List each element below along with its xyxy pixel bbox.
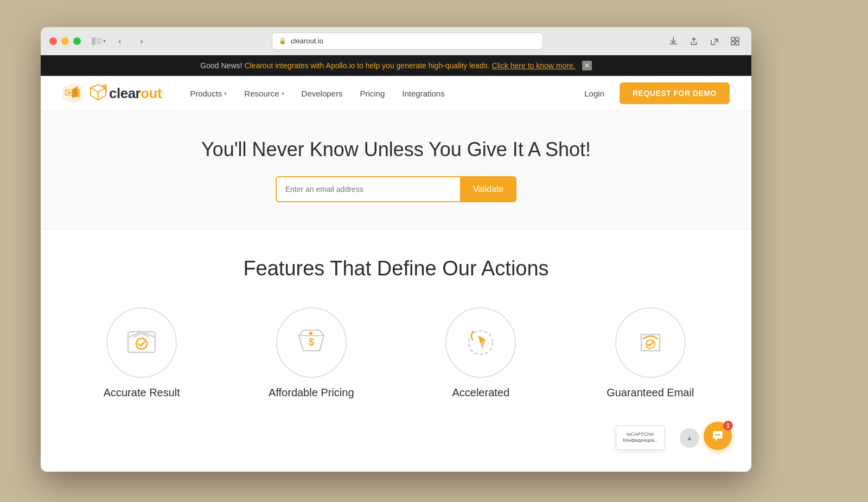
feature-accurate-result: Accurate Result: [62, 307, 221, 399]
sidebar-toggle-button[interactable]: ▾: [92, 37, 106, 45]
svg-rect-2: [97, 41, 101, 42]
svg-rect-6: [731, 42, 735, 45]
lock-icon: 🔒: [279, 37, 286, 44]
svg-rect-3: [97, 43, 101, 44]
accelerated-icon-wrap: [445, 307, 516, 378]
navbar: ✉ clearout: [41, 76, 751, 111]
recaptcha-badge: reCAPTCHAКонфиденциа...: [616, 426, 665, 450]
titlebar: ▾ ‹ › 🔒 clearout.io: [41, 27, 751, 55]
address-bar[interactable]: 🔒 clearout.io: [272, 33, 543, 50]
validate-button[interactable]: Validate: [460, 176, 517, 202]
guaranteed-email-icon-wrap: [615, 307, 686, 378]
hero-title: You'll Never Know Unless You Give It A S…: [52, 138, 741, 161]
new-tab-icon[interactable]: [707, 34, 722, 49]
features-section: Features That Define Our Actions Accurat…: [41, 230, 751, 421]
back-button[interactable]: ‹: [112, 34, 127, 49]
nav-resource[interactable]: Resource ▾: [238, 85, 290, 102]
forward-button[interactable]: ›: [134, 34, 149, 49]
share-icon[interactable]: [686, 34, 701, 49]
grid-icon[interactable]: [727, 34, 743, 49]
banner-prefix-text: Good News!: [200, 61, 242, 70]
accurate-result-icon: [123, 324, 161, 362]
svg-rect-5: [736, 37, 739, 41]
minimize-window-button[interactable]: [61, 37, 69, 45]
banner-highlight-text: Clearout integrates with Apollo.io to he…: [244, 61, 489, 70]
features-title: Features That Define Our Actions: [62, 257, 730, 280]
nav-products[interactable]: Products ▾: [183, 85, 233, 102]
announcement-banner: Good News! Clearout integrates with Apol…: [41, 55, 751, 76]
request-demo-button[interactable]: REQUEST FOR DEMO: [620, 82, 730, 104]
scroll-up-icon: ▲: [686, 434, 693, 442]
chat-icon: [711, 429, 724, 442]
chat-badge: 1: [723, 421, 733, 430]
hero-section: You'll Never Know Unless You Give It A S…: [41, 111, 751, 230]
chat-button[interactable]: 1: [704, 422, 732, 450]
recaptcha-text: reCAPTCHAКонфиденциа...: [623, 432, 658, 444]
logo-icon: ✉: [62, 83, 83, 104]
feature-affordable-pricing: $ Affordable Pricing: [232, 307, 391, 399]
svg-rect-1: [97, 38, 101, 40]
affordable-pricing-icon: $: [292, 324, 330, 362]
download-icon[interactable]: [666, 34, 681, 49]
banner-link[interactable]: Click here to know more.: [492, 61, 576, 70]
svg-point-18: [717, 434, 719, 436]
nav-right: Login REQUEST FOR DEMO: [578, 82, 730, 104]
products-arrow-icon: ▾: [224, 91, 227, 96]
guaranteed-email-icon: [631, 324, 669, 362]
close-window-button[interactable]: [49, 37, 57, 45]
affordable-pricing-icon-wrap: $: [276, 307, 347, 378]
url-text: clearout.io: [291, 37, 323, 45]
resource-arrow-icon: ▾: [282, 91, 284, 96]
svg-point-17: [716, 434, 717, 436]
guaranteed-email-label: Guaranteed Email: [607, 387, 694, 399]
login-button[interactable]: Login: [578, 85, 611, 102]
maximize-window-button[interactable]: [73, 37, 81, 45]
svg-text:$: $: [309, 337, 314, 347]
accelerated-icon: [462, 324, 500, 362]
traffic-lights: [49, 37, 81, 45]
svg-rect-7: [736, 42, 739, 45]
feature-guaranteed-email: Guaranteed Email: [571, 307, 730, 399]
scroll-up-button[interactable]: ▲: [680, 428, 699, 448]
svg-rect-4: [731, 37, 735, 41]
feature-accelerated: Accelerated: [401, 307, 560, 399]
accelerated-label: Accelerated: [452, 387, 509, 399]
logo-text: clearout: [109, 85, 162, 102]
nav-developers[interactable]: Developers: [295, 85, 349, 102]
svg-rect-0: [92, 37, 95, 45]
accurate-result-label: Accurate Result: [104, 387, 180, 399]
logo[interactable]: ✉ clearout: [62, 83, 162, 104]
accurate-result-icon-wrap: [106, 307, 177, 378]
features-grid: Accurate Result $ Affordable Pricing: [62, 307, 730, 399]
svg-point-19: [719, 434, 720, 436]
logo-graphic: [86, 83, 109, 103]
nav-integrations[interactable]: Integrations: [395, 85, 451, 102]
email-input[interactable]: [276, 176, 460, 202]
svg-point-13: [309, 332, 312, 335]
nav-links: Products ▾ Resource ▾ Developers Pricing…: [183, 85, 578, 102]
banner-close-button[interactable]: ✕: [582, 61, 592, 70]
affordable-pricing-label: Affordable Pricing: [269, 387, 354, 399]
nav-pricing[interactable]: Pricing: [353, 85, 391, 102]
email-validation-form: Validate: [52, 176, 741, 202]
